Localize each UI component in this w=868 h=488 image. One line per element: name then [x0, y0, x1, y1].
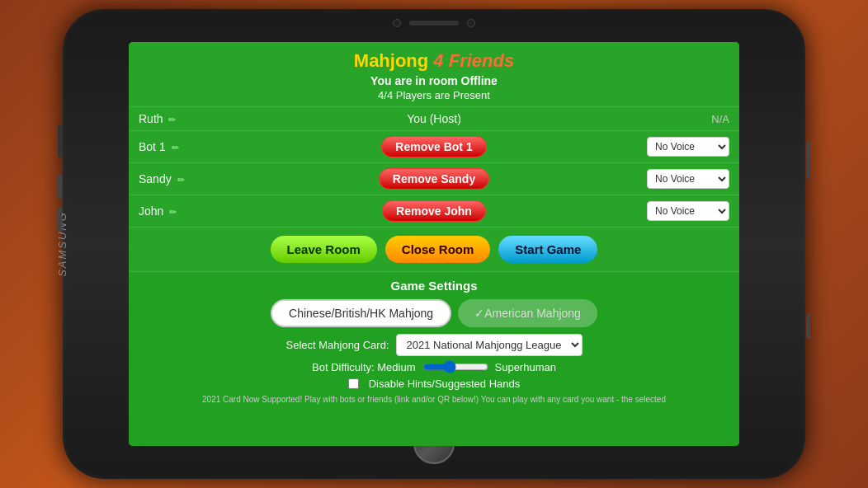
difficulty-row: Bot Difficulty: Medium Superhuman [139, 360, 729, 373]
difficulty-right-label: Superhuman [495, 361, 556, 373]
mode-buttons-row: Chinese/British/HK Mahjong ✓American Mah… [139, 299, 729, 327]
top-bar [393, 19, 475, 27]
table-row: Bot 1 ✏ Remove Bot 1 No Voice Voice 1 Vo… [129, 131, 739, 163]
card-label: Select Mahjong Card: [285, 339, 389, 351]
difficulty-slider[interactable] [422, 360, 488, 373]
edit-icon-sandy: ✏ [177, 175, 185, 185]
footer-text: 2021 Card Now Supported! Play with bots … [139, 394, 729, 405]
close-room-button[interactable]: Close Room [385, 236, 491, 263]
phone-frame: SAMSUNG Mahjong 4 Friends You are in roo… [63, 9, 805, 479]
volume-down-button [58, 207, 62, 232]
table-row: John ✏ Remove John No Voice Voice 1 Voic… [129, 195, 739, 228]
right-button-2 [806, 314, 810, 339]
card-select-dropdown[interactable]: 2021 National Mahjongg League 2020 Natio… [396, 334, 583, 356]
player-name-john: John ✏ [129, 195, 333, 228]
table-row: Ruth ✏ You (Host) N/A [129, 107, 739, 131]
players-info: 4/4 Players are Present [129, 89, 739, 101]
edit-icon-john: ✏ [169, 207, 177, 217]
player-name-ruth: Ruth ✏ [129, 107, 333, 131]
american-mahjong-button[interactable]: ✓American Mahjong [458, 299, 597, 327]
difficulty-label: Bot Difficulty: Medium [312, 361, 415, 373]
chinese-mahjong-button[interactable]: Chinese/British/HK Mahjong [271, 299, 451, 327]
remove-bot1-button[interactable]: Remove Bot 1 [381, 136, 486, 157]
player-voice-bot1[interactable]: No Voice Voice 1 Voice 2 [535, 131, 739, 163]
player-action-john[interactable]: Remove John [333, 195, 535, 228]
player-role-ruth: You (Host) [333, 107, 535, 131]
voice-select-bot1[interactable]: No Voice Voice 1 Voice 2 [647, 137, 729, 157]
player-action-sandy[interactable]: Remove Sandy [333, 163, 535, 195]
player-action-bot1[interactable]: Remove Bot 1 [333, 131, 535, 163]
app-header: Mahjong 4 Friends You are in room Offlin… [129, 42, 739, 107]
player-name-sandy: Sandy ✏ [129, 163, 333, 195]
player-voice-sandy[interactable]: No Voice Voice 1 Voice 2 [535, 163, 739, 195]
card-select-row: Select Mahjong Card: 2021 National Mahjo… [139, 334, 729, 356]
app-title: Mahjong 4 Friends [129, 50, 739, 72]
voice-select-sandy[interactable]: No Voice Voice 1 Voice 2 [647, 169, 729, 189]
app-title-mahjong: Mahjong [354, 50, 434, 71]
hints-checkbox[interactable] [348, 378, 359, 389]
settings-title: Game Settings [139, 279, 729, 293]
app-screen: Mahjong 4 Friends You are in room Offlin… [129, 42, 739, 446]
hints-row: Disable Hints/Suggested Hands [139, 378, 729, 390]
players-table: Ruth ✏ You (Host) N/A Bot 1 ✏ Remove Bot… [129, 107, 739, 228]
right-button-1 [806, 141, 810, 178]
action-buttons-row: Leave Room Close Room Start Game [129, 228, 739, 271]
app-title-friends: 4 Friends [433, 50, 514, 71]
hints-label: Disable Hints/Suggested Hands [369, 378, 521, 390]
player-name-bot1: Bot 1 ✏ [129, 131, 333, 163]
leave-room-button[interactable]: Leave Room [271, 236, 377, 263]
start-game-button[interactable]: Start Game [498, 236, 597, 263]
player-voice-john[interactable]: No Voice Voice 1 Voice 2 [535, 195, 739, 228]
sensor [467, 19, 475, 27]
remove-sandy-button[interactable]: Remove Sandy [379, 168, 489, 190]
edit-icon-ruth: ✏ [168, 115, 176, 124]
volume-up-button [58, 174, 62, 199]
player-na-ruth: N/A [535, 107, 739, 131]
game-settings-section: Game Settings Chinese/British/HK Mahjong… [129, 271, 739, 446]
voice-select-john[interactable]: No Voice Voice 1 Voice 2 [647, 201, 729, 221]
edit-icon-bot1: ✏ [172, 143, 179, 152]
remove-john-button[interactable]: Remove John [382, 200, 486, 222]
earpiece-speaker [409, 21, 459, 26]
front-camera [393, 19, 401, 27]
table-row: Sandy ✏ Remove Sandy No Voice Voice 1 Vo… [129, 163, 739, 195]
room-info: You are in room Offline [129, 74, 739, 87]
power-button [58, 124, 63, 157]
